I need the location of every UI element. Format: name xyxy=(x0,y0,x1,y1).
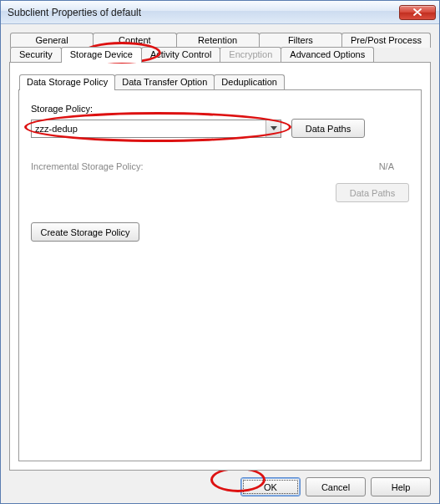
ok-button[interactable]: OK xyxy=(240,477,301,496)
main-tab-control: General Content Retention Filters Pre/Po… xyxy=(9,33,431,471)
dialog-footer: OK Cancel Help xyxy=(9,471,431,496)
tab-retention[interactable]: Retention xyxy=(176,33,260,48)
tab-security[interactable]: Security xyxy=(10,47,62,62)
tab-advanced-options[interactable]: Advanced Options xyxy=(281,47,374,62)
storage-policy-value: zzz-dedup xyxy=(35,124,266,134)
inner-tab-data-storage-policy[interactable]: Data Storage Policy xyxy=(19,74,115,90)
close-icon xyxy=(413,8,422,16)
title-bar: Subclient Properties of default xyxy=(1,1,439,24)
help-button[interactable]: Help xyxy=(371,477,431,496)
data-paths-button[interactable]: Data Paths xyxy=(291,119,365,138)
data-storage-policy-pane: Storage Policy: zzz-dedup Data Paths Inc… xyxy=(18,89,422,461)
incremental-value: N/A xyxy=(149,161,399,171)
incremental-data-paths-button: Data Paths xyxy=(336,183,409,202)
create-storage-policy-button[interactable]: Create Storage Policy xyxy=(31,222,139,242)
storage-policy-label: Storage Policy: xyxy=(31,104,409,114)
storage-policy-dropdown[interactable]: zzz-dedup xyxy=(31,120,281,138)
tab-storage-device[interactable]: Storage Device xyxy=(61,47,142,63)
tab-content[interactable]: Content xyxy=(93,33,176,48)
inner-tab-data-transfer-option[interactable]: Data Transfer Option xyxy=(114,74,215,89)
dialog-body: General Content Retention Filters Pre/Po… xyxy=(1,24,439,503)
tab-general[interactable]: General xyxy=(10,33,94,48)
chevron-down-icon xyxy=(266,120,281,137)
inner-tab-deduplication[interactable]: Deduplication xyxy=(214,74,285,89)
close-button[interactable] xyxy=(399,5,436,20)
storage-device-pane: Data Storage Policy Data Transfer Option… xyxy=(9,62,431,471)
cancel-button[interactable]: Cancel xyxy=(306,477,366,496)
tab-activity-control[interactable]: Activity Control xyxy=(141,47,220,62)
tab-pre-post-process[interactable]: Pre/Post Process xyxy=(341,33,431,48)
incremental-label: Incremental Storage Policy: xyxy=(31,161,144,171)
tab-filters[interactable]: Filters xyxy=(259,33,342,48)
tab-encryption: Encryption xyxy=(220,47,281,62)
window-title: Subclient Properties of default xyxy=(8,7,399,18)
